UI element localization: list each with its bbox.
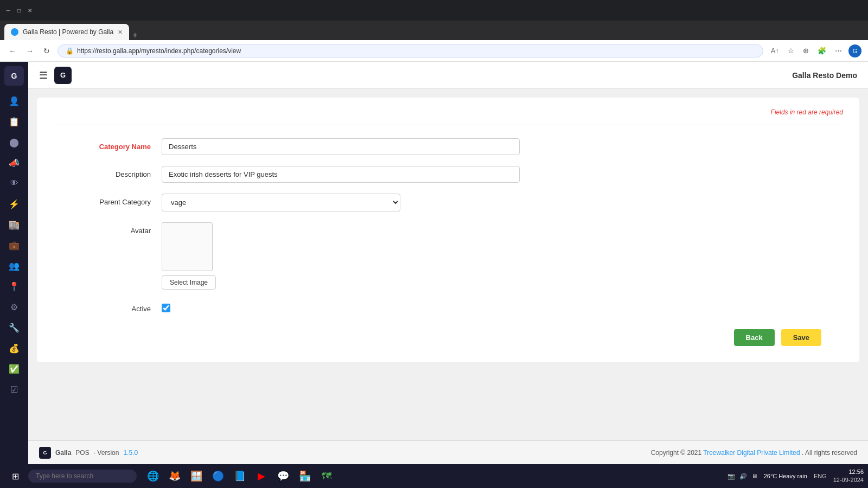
select-image-button[interactable]: Select Image [162,275,216,290]
sidebar-item-briefcase[interactable]: 💼 [4,235,24,255]
star-icon[interactable]: ☆ [786,44,796,57]
category-name-input[interactable]: Desserts [162,138,520,155]
sidebar-item-checkbox[interactable]: ☑ [4,380,24,399]
minimize-button[interactable]: ─ [4,7,12,14]
header-menu-button[interactable]: ☰ [39,69,48,81]
footer-copyright: Copyright © 2021 [651,449,704,457]
forward-nav-button[interactable]: → [24,44,36,57]
sidebar-item-circle[interactable]: ⬤ [4,132,24,152]
description-input[interactable]: Exotic irish desserts for VIP guests [162,166,520,183]
parent-category-field: vage Main Course Starters Beverages [162,194,520,211]
parent-category-label: Parent Category [53,194,162,206]
required-note: Fields in red are required [53,108,843,116]
window-controls[interactable]: ─ □ ✕ [4,7,34,14]
footer-pos: POS [75,449,89,457]
sidebar-item-announce[interactable]: 📣 [4,153,24,172]
sidebar-item-tools[interactable]: 🔧 [4,318,24,337]
active-row: Active [53,300,843,313]
new-tab-button[interactable]: + [132,30,137,40]
translate-icon[interactable]: A↑ [769,44,781,57]
parent-category-select[interactable]: vage Main Course Starters Beverages [162,194,400,211]
save-button[interactable]: Save [781,329,821,346]
category-name-row: Category Name Desserts [53,138,843,155]
description-label: Description [53,166,162,178]
avatar-field: Select Image [162,222,216,290]
tab-favicon [11,28,18,36]
browser-action-icons: A↑ ☆ ⊕ 🧩 ⋯ G [769,44,861,57]
header-logo-text: G [60,71,66,79]
menu-dots-icon[interactable]: ⋯ [833,44,844,57]
sidebar-item-location[interactable]: 📍 [4,277,24,296]
header-app-name: Galla Resto Demo [792,71,857,80]
url-bar[interactable]: 🔒 https://resto.galla.app/myresto/index.… [58,44,763,57]
app-wrapper: G 👤 📋 ⬤ 📣 👁 ⚡ 🏬 💼 👥 📍 ⚙ 🔧 💰 ✅ ☑ ☰ G Gall… [0,62,868,464]
sidebar-item-money[interactable]: 💰 [4,338,24,358]
category-name-field: Desserts [162,138,520,155]
form-container: Fields in red are required Category Name… [37,98,859,362]
footer-logo: G [39,447,51,459]
back-nav-button[interactable]: ← [7,44,18,57]
sidebar-item-lightning[interactable]: ⚡ [4,194,24,214]
back-button[interactable]: Back [734,329,775,346]
parent-category-row: Parent Category vage Main Course Starter… [53,194,843,211]
active-field [162,300,170,312]
footer-left: G Galla POS · Version 1.5.0 [39,447,138,459]
logo-text: G [11,72,17,80]
close-button[interactable]: ✕ [26,7,34,14]
header-logo: G [54,67,72,84]
sidebar-item-settings[interactable]: ⚙ [4,297,24,317]
sidebar-item-menu[interactable]: 📋 [4,112,24,131]
tab-bar: Galla Resto | Powered by Galla ✕ + [0,21,868,40]
footer-version: 1.5.0 [123,449,138,457]
extensions-icon[interactable]: 🧩 [815,44,828,57]
lock-icon: 🔒 [66,47,74,55]
app-header: ☰ G Galla Resto Demo [28,62,868,89]
footer-version-prefix: · Version [94,449,119,457]
sidebar-item-users[interactable]: 👥 [4,256,24,275]
description-field: Exotic irish desserts for VIP guests [162,166,520,183]
sidebar-item-eye[interactable]: 👁 [4,174,24,193]
address-bar: ← → ↻ 🔒 https://resto.galla.app/myresto/… [0,40,868,62]
divider [53,125,843,125]
sidebar: G 👤 📋 ⬤ 📣 👁 ⚡ 🏬 💼 👥 📍 ⚙ 🔧 💰 ✅ ☑ [0,62,28,464]
profile-icon[interactable]: ⊕ [801,44,811,57]
footer-company-link[interactable]: Treewalker Digital Private Limited [703,449,800,457]
avatar-row: Avatar Select Image [53,222,843,290]
sidebar-item-check[interactable]: ✅ [4,359,24,378]
footer-right: Copyright © 2021 Treewalker Digital Priv… [651,449,857,457]
tab-close-button[interactable]: ✕ [118,29,123,36]
user-avatar-icon[interactable]: G [848,44,861,57]
footer-rights: . All rights reserved [802,449,857,457]
main-content: Fields in red are required Category Name… [28,89,868,440]
url-text: https://resto.galla.app/myresto/index.ph… [77,47,241,55]
form-actions: Back Save [53,329,843,346]
active-checkbox[interactable] [162,304,170,312]
description-row: Description Exotic irish desserts for VI… [53,166,843,183]
active-tab[interactable]: Galla Resto | Powered by Galla ✕ [4,24,129,40]
maximize-button[interactable]: □ [15,7,23,14]
footer-brand: Galla [55,449,71,457]
right-panel: ☰ G Galla Resto Demo Fields in red are r… [28,62,868,464]
avatar-preview [162,222,213,271]
category-name-label: Category Name [53,138,162,151]
tab-title: Galla Resto | Powered by Galla [23,28,113,36]
sidebar-logo: G [4,66,24,86]
sidebar-item-user[interactable]: 👤 [4,91,24,111]
app-footer: G Galla POS · Version 1.5.0 Copyright © … [28,440,868,464]
active-label: Active [53,300,162,313]
browser-chrome: ─ □ ✕ [0,0,868,21]
avatar-label: Avatar [53,222,162,235]
sidebar-item-store[interactable]: 🏬 [4,215,24,234]
footer-logo-text: G [43,450,47,455]
refresh-button[interactable]: ↻ [41,44,52,57]
